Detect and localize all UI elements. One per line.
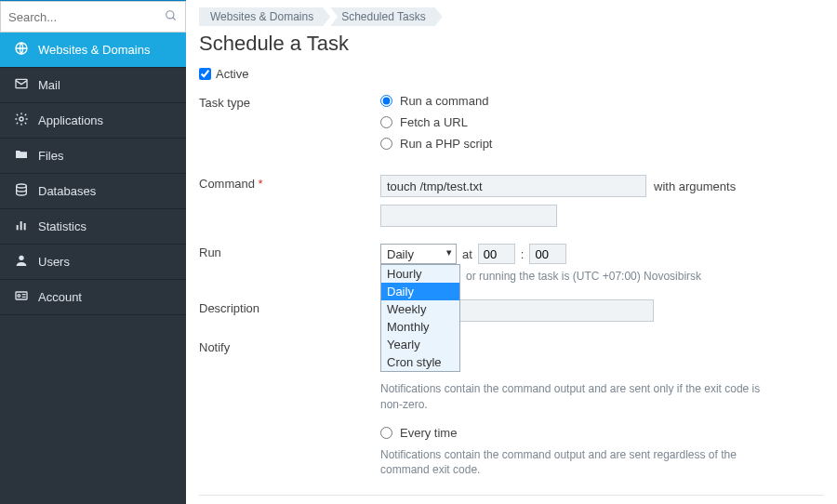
task-type-url[interactable]: Fetch a URL bbox=[380, 115, 824, 129]
sidebar-item-label: Files bbox=[38, 149, 63, 163]
notify-every-desc: Notifications contain the command output… bbox=[380, 447, 780, 479]
radio-label: Run a command bbox=[400, 94, 488, 108]
sidebar-item-databases[interactable]: Databases bbox=[0, 174, 186, 209]
option-cron[interactable]: Cron style bbox=[381, 353, 459, 371]
active-checkbox[interactable] bbox=[199, 68, 211, 80]
command-input[interactable] bbox=[380, 175, 646, 197]
svg-rect-6 bbox=[17, 225, 19, 230]
sidebar-item-websites[interactable]: Websites & Domains bbox=[0, 33, 186, 68]
active-label: Active bbox=[216, 67, 248, 81]
svg-point-11 bbox=[18, 295, 20, 298]
svg-line-1 bbox=[173, 17, 176, 20]
run-frequency-dropdown: Hourly Daily Weekly Monthly Yearly Cron … bbox=[380, 264, 460, 372]
arguments-input[interactable] bbox=[380, 205, 557, 227]
svg-point-4 bbox=[20, 117, 23, 121]
option-weekly[interactable]: Weekly bbox=[381, 300, 459, 318]
run-label: Run bbox=[199, 244, 380, 259]
task-type-php[interactable]: Run a PHP script bbox=[380, 137, 824, 151]
sidebar-item-files[interactable]: Files bbox=[0, 139, 186, 174]
breadcrumb-scheduled-tasks[interactable]: Scheduled Tasks bbox=[330, 7, 443, 26]
radio-url[interactable] bbox=[380, 116, 392, 128]
sidebar-item-applications[interactable]: Applications bbox=[0, 103, 186, 139]
command-label: Command *Command * bbox=[199, 175, 380, 191]
database-icon bbox=[14, 182, 29, 200]
radio-label: Every time bbox=[400, 426, 457, 440]
globe-icon bbox=[14, 41, 29, 59]
user-icon bbox=[14, 253, 29, 271]
task-type-label: Task type bbox=[199, 94, 380, 110]
mail-icon bbox=[14, 76, 29, 94]
sidebar-item-users[interactable]: Users bbox=[0, 245, 186, 280]
radio-php[interactable] bbox=[380, 138, 392, 150]
option-daily[interactable]: Daily bbox=[381, 283, 459, 300]
task-type-command[interactable]: Run a command bbox=[380, 94, 824, 108]
radio-label: Run a PHP script bbox=[400, 137, 492, 151]
svg-point-9 bbox=[19, 256, 23, 260]
sidebar-item-label: Statistics bbox=[38, 219, 86, 233]
search-icon bbox=[165, 9, 178, 25]
description-label: Description bbox=[199, 299, 380, 315]
breadcrumb: Websites & Domains Scheduled Tasks bbox=[199, 7, 824, 26]
notify-every-time[interactable]: Every time bbox=[380, 426, 824, 440]
sidebar-item-label: Mail bbox=[38, 78, 60, 92]
svg-point-5 bbox=[17, 184, 27, 188]
sidebar-item-account[interactable]: Account bbox=[0, 280, 186, 315]
timezone-hint: or running the task is (UTC +07:00) Novo… bbox=[466, 270, 824, 283]
svg-rect-8 bbox=[24, 223, 26, 230]
svg-point-0 bbox=[166, 10, 174, 18]
option-hourly[interactable]: Hourly bbox=[381, 265, 459, 283]
notify-label: Notify bbox=[199, 338, 380, 354]
sidebar-item-label: Applications bbox=[38, 113, 103, 127]
colon-label: : bbox=[521, 247, 525, 261]
option-monthly[interactable]: Monthly bbox=[381, 318, 459, 336]
search-box[interactable] bbox=[0, 1, 186, 33]
hour-input[interactable] bbox=[478, 244, 515, 264]
with-arguments-label: with arguments bbox=[654, 179, 736, 193]
sidebar-item-mail[interactable]: Mail bbox=[0, 68, 186, 103]
radio-label: Fetch a URL bbox=[400, 115, 468, 129]
page-title: Schedule a Task bbox=[199, 32, 824, 56]
sidebar-item-label: Databases bbox=[38, 184, 96, 198]
sidebar-item-label: Users bbox=[38, 255, 70, 269]
sidebar-item-statistics[interactable]: Statistics bbox=[0, 209, 186, 245]
breadcrumb-websites[interactable]: Websites & Domains bbox=[199, 7, 330, 26]
card-icon bbox=[14, 288, 29, 306]
at-label: at bbox=[462, 247, 472, 261]
minute-input[interactable] bbox=[529, 244, 566, 264]
search-input[interactable] bbox=[8, 10, 165, 24]
sidebar-item-label: Account bbox=[38, 290, 82, 304]
chart-icon bbox=[14, 218, 29, 235]
run-frequency-value: Daily bbox=[387, 247, 414, 261]
folder-icon bbox=[14, 147, 29, 165]
sidebar-item-label: Websites & Domains bbox=[38, 43, 150, 57]
option-yearly[interactable]: Yearly bbox=[381, 336, 459, 353]
svg-rect-7 bbox=[20, 221, 22, 230]
radio-command[interactable] bbox=[380, 95, 392, 107]
radio-every-time[interactable] bbox=[380, 427, 392, 439]
notify-errors-desc: Notifications contain the command output… bbox=[380, 381, 780, 413]
run-frequency-select[interactable]: Daily bbox=[380, 244, 457, 264]
gear-icon bbox=[14, 112, 29, 129]
